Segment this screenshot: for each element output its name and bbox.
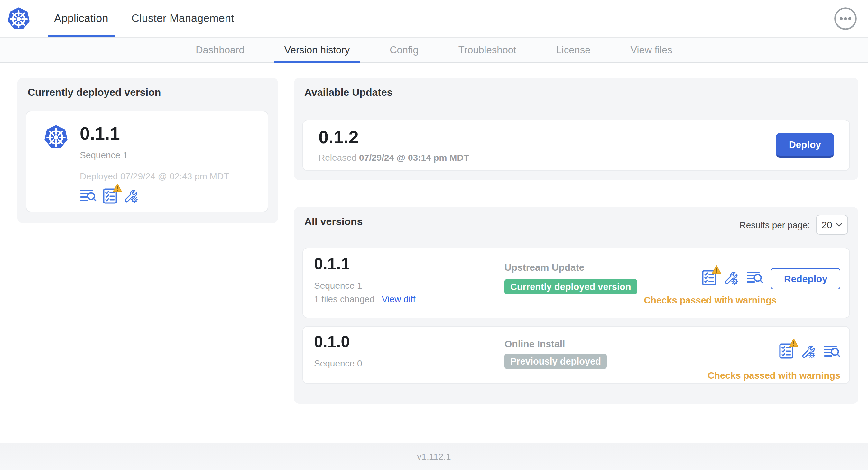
row-source-label: Online Install <box>504 338 565 349</box>
tab-config[interactable]: Config <box>379 37 429 62</box>
tab-config-label: Config <box>390 44 418 56</box>
deployed-version-details: 0.1.1 Sequence 1 Deployed 07/29/24 @ 02:… <box>80 124 229 211</box>
row-files-changed: 1 files changed View diff <box>314 294 415 304</box>
app-logo-icon <box>43 124 69 150</box>
app-root: Application Cluster Management Dashboard… <box>0 0 868 470</box>
preflight-checks-icon[interactable] <box>103 189 117 204</box>
currently-deployed-title: Currently deployed version <box>28 87 161 98</box>
all-versions-card: All versions Results per page: 20 0.1.1 … <box>294 207 858 404</box>
edit-config-icon[interactable] <box>724 270 739 285</box>
row-sequence-label: Sequence 1 <box>314 280 362 291</box>
update-details: 0.1.2 Released 07/29/24 @ 03:14 pm MDT <box>318 128 469 163</box>
redeploy-button[interactable]: Redeploy <box>771 268 840 289</box>
deployed-version-actions <box>80 189 229 206</box>
checks-status[interactable]: Checks passed with warnings <box>708 370 840 381</box>
row-version-number: 0.1.0 <box>314 332 350 351</box>
page-footer: v1.112.1 <box>0 443 868 470</box>
tab-license[interactable]: License <box>546 37 601 62</box>
released-prefix: Released <box>318 153 356 163</box>
available-updates-title: Available Updates <box>304 87 393 98</box>
edit-config-icon[interactable] <box>124 189 138 203</box>
chevron-down-icon <box>836 223 843 227</box>
files-changed-label: 1 files changed <box>314 294 374 304</box>
edit-config-icon[interactable] <box>801 344 816 359</box>
primary-tabs: Application Cluster Management <box>42 0 246 37</box>
version-row-0-1-1: 0.1.1 Sequence 1 1 files changed View di… <box>302 247 850 318</box>
top-header: Application Cluster Management <box>0 0 868 38</box>
update-released-timestamp: Released 07/29/24 @ 03:14 pm MDT <box>318 153 469 163</box>
released-date: 07/29/24 @ 03:14 pm MDT <box>359 153 469 163</box>
tab-dashboard-label: Dashboard <box>196 44 245 56</box>
main-content: Currently deployed version 0.1.1 Sequenc… <box>0 62 868 443</box>
tab-troubleshoot-label: Troubleshoot <box>459 44 516 56</box>
warning-triangle-icon <box>712 265 722 274</box>
deploy-logs-icon[interactable] <box>824 344 840 359</box>
tab-cluster-management[interactable]: Cluster Management <box>120 0 246 37</box>
preflight-checks-icon[interactable] <box>702 270 716 285</box>
all-versions-title: All versions <box>304 216 363 228</box>
tab-application-label: Application <box>54 12 108 25</box>
currently-deployed-card: Currently deployed version 0.1.1 Sequenc… <box>18 78 278 223</box>
row-sequence-label: Sequence 0 <box>314 358 362 368</box>
tab-troubleshoot[interactable]: Troubleshoot <box>448 37 527 62</box>
tab-dashboard[interactable]: Dashboard <box>185 37 255 62</box>
checks-status[interactable]: Checks passed with warnings <box>644 295 777 305</box>
deployed-version-number: 0.1.1 <box>80 124 229 144</box>
tab-view-files[interactable]: View files <box>620 37 682 62</box>
update-row: 0.1.2 Released 07/29/24 @ 03:14 pm MDT D… <box>302 120 850 171</box>
available-updates-card: Available Updates 0.1.2 Released 07/29/2… <box>294 78 858 180</box>
console-version-label: v1.112.1 <box>417 451 451 462</box>
row-actions <box>779 343 840 361</box>
version-row-0-1-0: 0.1.0 Sequence 0 Online Install Previous… <box>302 326 850 384</box>
kubernetes-logo-icon <box>43 124 69 150</box>
tab-license-label: License <box>556 44 591 56</box>
tab-version-history[interactable]: Version history <box>274 37 360 62</box>
tab-application[interactable]: Application <box>42 0 120 37</box>
kubernetes-logo-icon <box>6 6 31 31</box>
tab-view-files-label: View files <box>630 44 672 56</box>
tab-cluster-management-label: Cluster Management <box>132 12 234 25</box>
tab-version-history-label: Version history <box>284 44 350 56</box>
results-per-page: Results per page: 20 <box>740 215 848 235</box>
deploy-logs-icon[interactable] <box>80 189 96 203</box>
warning-triangle-icon <box>789 338 799 347</box>
kubernetes-logo-icon <box>6 6 31 31</box>
deployed-version-box: 0.1.1 Sequence 1 Deployed 07/29/24 @ 02:… <box>26 110 268 212</box>
deployed-sequence-label: Sequence 1 <box>80 150 229 160</box>
row-actions: Redeploy <box>702 268 840 289</box>
results-per-page-select[interactable]: 20 <box>816 215 848 235</box>
row-version-number: 0.1.1 <box>314 255 350 273</box>
row-source-label: Upstream Update <box>504 262 584 273</box>
results-per-page-label: Results per page: <box>740 220 810 230</box>
currently-deployed-badge: Currently deployed version <box>504 279 637 295</box>
preflight-checks-icon[interactable] <box>779 343 793 359</box>
results-per-page-value: 20 <box>822 219 832 230</box>
deployed-timestamp: Deployed 07/29/24 @ 02:43 pm MDT <box>80 171 229 181</box>
overflow-menu-button[interactable] <box>833 6 858 31</box>
update-version-number: 0.1.2 <box>318 128 469 147</box>
deploy-button[interactable]: Deploy <box>776 133 834 158</box>
deploy-logs-icon[interactable] <box>747 270 764 285</box>
warning-triangle-icon <box>113 183 122 192</box>
previously-deployed-badge: Previously deployed <box>504 354 607 369</box>
ellipsis-circle-icon <box>833 6 858 31</box>
view-diff-link[interactable]: View diff <box>381 294 415 304</box>
app-subnav: Dashboard Version history Config Trouble… <box>0 37 868 63</box>
